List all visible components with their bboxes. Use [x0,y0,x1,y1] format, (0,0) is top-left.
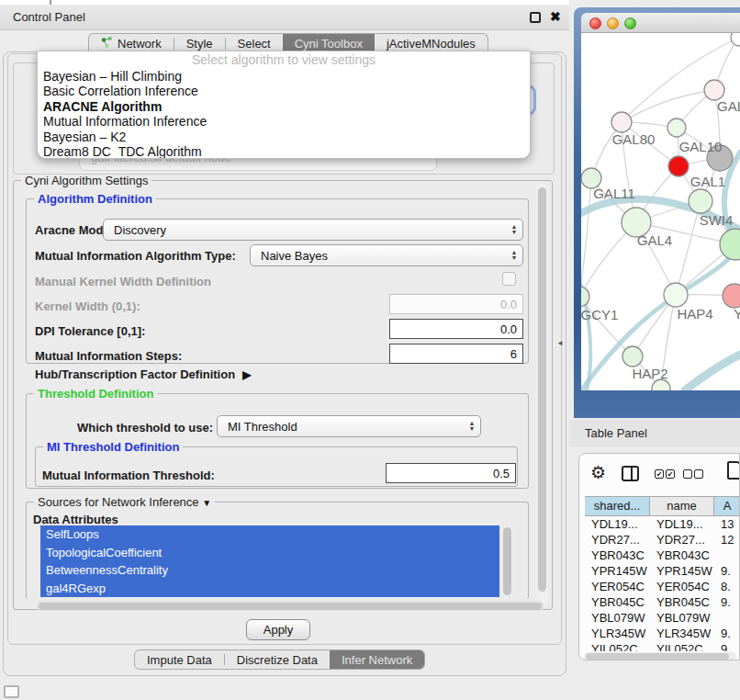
network-node[interactable] [720,229,740,260]
float-window-icon[interactable] [530,12,541,23]
splitter-arrow-icon[interactable]: ◄ [556,339,564,347]
network-node-label: Y [734,306,740,322]
kernel-width-field[interactable]: 0.0 [389,294,523,314]
tab-discretize-data[interactable]: Discretize Data [225,650,330,669]
data-attributes-list[interactable]: SelfLoopsTopologicalCoefficientBetweenne… [40,525,499,597]
network-node[interactable] [664,283,688,307]
table-cell: 8. [714,580,740,595]
table-cell [714,611,740,627]
apply-button[interactable]: Apply [246,619,310,640]
zoom-traffic-light-icon[interactable] [624,17,636,29]
table-cell: YDR27... [650,533,714,548]
page-icon[interactable] [727,461,740,480]
network-node[interactable] [731,33,740,46]
table-body: YDL19...YDL19...13YDR27...YDR27...12YBR0… [585,517,740,651]
table-row[interactable]: YIL052CYIL052C9 [585,642,740,651]
table-cell [714,548,740,564]
dpi-tolerance-field[interactable]: 0.0 [389,319,523,339]
network-node[interactable] [723,284,740,308]
mi-steps-label: Mutual Information Steps: [35,349,182,363]
network-view-canvas[interactable]: GALGAL80GAL10GAL1SWI4GAL11GAL4GCY1HAP4YH… [581,33,740,390]
settings-hscrollbar-thumb[interactable] [39,603,542,610]
table-cell: YIL052C [650,642,714,651]
sources-title[interactable]: Sources for Network Inference ▼ [34,495,215,509]
network-node[interactable] [611,112,632,132]
table-hscrollbar-track[interactable] [584,652,736,660]
combo-arrows-icon: ▲▼ [464,421,480,432]
mi-threshold-field[interactable]: 0.5 [386,463,516,483]
table-hscrollbar-thumb[interactable] [586,653,729,660]
minimize-traffic-light-icon[interactable] [607,17,619,29]
attributes-scrollbar-thumb[interactable] [503,527,511,595]
network-node-label: GAL4 [637,232,672,248]
network-window-titlebar[interactable] [581,13,740,33]
table-cell: YBR043C [650,548,714,564]
table-cell: YBL079W [650,611,714,627]
column-header-name[interactable]: name [650,497,714,515]
manual-kernel-width-label: Manual Kernel Width Definition [35,275,211,288]
bottom-tabbar: Impute DataDiscretize DataInfer Network [134,649,425,670]
table-cell: YPR145W [650,564,714,580]
close-traffic-light-icon[interactable] [589,17,601,29]
table-row[interactable]: YDR27...YDR27...12 [585,533,740,548]
algorithm-option-dream8-dc-tdc-algorithm[interactable]: Dream8 DC_TDC Algorithm [38,144,530,159]
attribute-item-gal4rgexp[interactable]: gal4RGexp [40,580,499,598]
table-row[interactable]: YLR345WYLR345W9. [585,627,740,642]
network-node[interactable] [704,80,724,100]
network-node[interactable] [689,189,712,213]
table-row[interactable]: YER054CYER054C8. [585,580,740,595]
network-node-label: GAL [717,98,740,114]
dock-mini-icon[interactable] [4,685,19,698]
tab-impute-data[interactable]: Impute Data [135,650,224,669]
split-view-icon[interactable] [622,466,639,481]
deselect-all-icon[interactable] [683,469,703,479]
cyni-algorithm-settings-title: Cyni Algorithm Settings [21,174,151,187]
algorithm-option-basic-correlation-inference[interactable]: Basic Correlation Inference [38,84,530,98]
which-threshold-combo[interactable]: MI Threshold ▲▼ [217,415,481,437]
network-node[interactable] [581,287,589,307]
network-node[interactable] [622,346,643,367]
table-row[interactable]: YBR043CYBR043C [585,548,740,564]
algorithm-option-bayesian-hill-climbing[interactable]: Bayesian – Hill Climbing [38,69,530,84]
network-edge[interactable] [622,90,714,122]
network-node[interactable] [667,119,686,137]
network-node-label: GAL1 [690,174,725,189]
table-cell: 9. [714,627,740,642]
attribute-item-betweennesscentrality[interactable]: BetweennessCentrality [40,561,499,580]
hub-definition-toggle[interactable]: Hub/Transcription Factor Definition▶ [35,367,251,381]
network-edge-thick[interactable] [685,355,740,390]
column-header-shared[interactable]: shared... [585,497,650,515]
table-header-row: shared...nameA [585,496,740,516]
gear-icon[interactable]: ⚙ [590,462,606,483]
mi-steps-field[interactable]: 6 [389,344,523,364]
table-toolbar: ⚙ ✔✔ [579,454,739,495]
close-icon[interactable]: ✖ [550,9,561,24]
tab-label: Discretize Data [237,653,318,667]
tab-infer-network[interactable]: Infer Network [330,650,424,669]
manual-kernel-width-checkbox[interactable] [502,272,516,286]
table-row[interactable]: YBL079WYBL079W [585,611,740,627]
attribute-item-selfloops[interactable]: SelfLoops [40,525,499,544]
table-row[interactable]: YDL19...YDL19...13 [585,517,740,533]
tab-label: Network [118,37,162,51]
table-cell: YBL079W [585,611,650,627]
table-cell: YPR145W [585,564,650,580]
algorithm-option-aracne-algorithm[interactable]: ARACNE Algorithm [38,99,530,114]
column-header-a[interactable]: A [714,497,740,515]
algorithm-option-mutual-information-inference[interactable]: Mutual Information Inference [38,114,530,129]
settings-scrollbar-thumb[interactable] [538,187,546,592]
mi-algorithm-type-combo[interactable]: Naive Bayes ▲▼ [250,244,523,266]
network-node[interactable] [668,156,689,176]
select-all-icon[interactable]: ✔✔ [655,469,675,479]
attribute-item-topologicalcoefficient[interactable]: TopologicalCoefficient [40,544,499,562]
aracne-mode-combo[interactable]: Discovery ▲▼ [103,219,523,241]
table-panel-titlebar: Table Panel [569,420,740,446]
algorithm-option-bayesian-k2[interactable]: Bayesian – K2 [38,130,530,144]
mi-algorithm-type-label: Mutual Information Algorithm Type: [35,249,236,263]
table-cell: 9 [714,642,740,651]
table-row[interactable]: YBR045CYBR045C9. [585,595,740,611]
table-panel-card: ⚙ ✔✔ shared...nameA YDL19...YDL19...13YD… [578,453,740,660]
table-cell: 13 [714,517,740,533]
table-row[interactable]: YPR145WYPR145W9. [585,564,740,580]
control-panel-titlebar: Control Panel ✖ [0,5,569,30]
